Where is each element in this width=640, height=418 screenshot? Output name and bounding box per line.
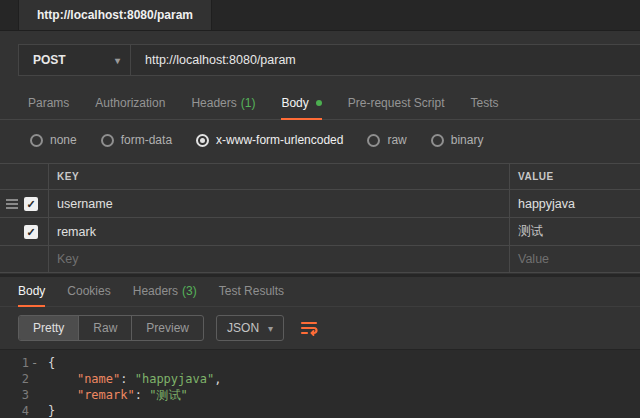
- format-select[interactable]: JSON ▾: [216, 315, 284, 341]
- url-input[interactable]: http://localhost:8080/param: [131, 45, 640, 75]
- mode-binary-label: binary: [451, 133, 484, 147]
- mode-raw-label: raw: [387, 133, 406, 147]
- row-gutter: ✓: [0, 190, 48, 217]
- response-tab-headers-label: Headers: [133, 284, 178, 298]
- pretty-button[interactable]: Pretty: [19, 316, 79, 340]
- code-content: { "name": "happyjava", "remark": "测试" }: [40, 355, 221, 418]
- line-number: 2: [22, 371, 29, 387]
- code-line: "name": "happyjava",: [48, 371, 221, 387]
- mode-form-data-label: form-data: [121, 133, 172, 147]
- radio-selected-icon: [196, 134, 209, 147]
- tab-pre-request-label: Pre-request Script: [348, 96, 445, 110]
- response-tab-headers[interactable]: Headers (3): [133, 277, 197, 307]
- mode-binary[interactable]: binary: [431, 133, 484, 147]
- preview-button[interactable]: Preview: [132, 316, 203, 340]
- line-number: 4: [22, 403, 29, 418]
- key-cell[interactable]: remark: [48, 218, 510, 245]
- response-body-viewer: 1 - 2 3 4 { "name": "happyjava", "remark…: [0, 349, 640, 418]
- tab-headers-label: Headers: [191, 96, 236, 110]
- url-value: http://localhost:8080/param: [145, 53, 296, 67]
- kv-header-gutter: [0, 164, 48, 189]
- tab-authorization[interactable]: Authorization: [95, 88, 165, 120]
- drag-handle-icon[interactable]: [6, 199, 18, 209]
- key-cell[interactable]: username: [48, 190, 510, 217]
- mode-form-data[interactable]: form-data: [101, 133, 172, 147]
- request-url-bar: POST ▾ http://localhost:8080/param: [18, 44, 640, 76]
- row-gutter: [0, 246, 48, 272]
- method-value: POST: [33, 53, 66, 67]
- mode-none[interactable]: none: [30, 133, 77, 147]
- code-line: }: [48, 403, 221, 418]
- mode-urlencoded-label: x-www-form-urlencoded: [216, 133, 343, 147]
- key-placeholder-text: Key: [57, 252, 79, 266]
- key-column-header: KEY: [48, 164, 510, 189]
- mode-raw[interactable]: raw: [367, 133, 406, 147]
- method-select[interactable]: POST ▾: [19, 45, 131, 75]
- row-gutter: ✓: [0, 218, 48, 245]
- request-tabs: Params Authorization Headers (1) Body Pr…: [0, 88, 640, 120]
- response-section: Body Cookies Headers (3) Test Results Pr…: [0, 274, 640, 418]
- response-tab-body[interactable]: Body: [18, 277, 45, 307]
- urlencoded-kv-table: KEY VALUE ✓ username happyjava ✓ remark …: [0, 163, 640, 273]
- mode-x-www-form-urlencoded[interactable]: x-www-form-urlencoded: [196, 133, 343, 147]
- value-placeholder-text: Value: [518, 252, 549, 266]
- table-row-empty: Key Value: [0, 246, 640, 273]
- response-tab-test-results[interactable]: Test Results: [219, 277, 284, 307]
- value-cell[interactable]: happyjava: [510, 190, 640, 217]
- tab-body[interactable]: Body: [281, 88, 321, 120]
- radio-icon: [431, 134, 444, 147]
- code-line: {: [48, 355, 221, 371]
- key-text: remark: [57, 225, 96, 239]
- response-tab-cookies[interactable]: Cookies: [67, 277, 110, 307]
- wrap-text-icon: [300, 320, 318, 336]
- view-mode-group: Pretty Raw Preview: [18, 315, 204, 341]
- mode-none-label: none: [50, 133, 77, 147]
- response-toolbar: Pretty Raw Preview JSON ▾: [0, 307, 640, 349]
- tab-headers[interactable]: Headers (1): [191, 88, 255, 120]
- raw-button[interactable]: Raw: [79, 316, 132, 340]
- radio-icon: [101, 134, 114, 147]
- value-cell-placeholder[interactable]: Value: [510, 246, 640, 272]
- body-mode-selector: none form-data x-www-form-urlencoded raw…: [0, 120, 640, 160]
- table-row: ✓ remark 测试: [0, 218, 640, 246]
- response-headers-count-badge: (3): [182, 284, 197, 298]
- table-row: ✓ username happyjava: [0, 190, 640, 218]
- value-text: happyjava: [518, 197, 575, 211]
- response-tab-cookies-label: Cookies: [67, 284, 110, 298]
- format-value: JSON: [227, 321, 259, 335]
- value-cell[interactable]: 测试: [510, 218, 640, 245]
- tab-pre-request-script[interactable]: Pre-request Script: [348, 88, 445, 120]
- value-text: 测试: [518, 223, 543, 240]
- tab-body-label: Body: [281, 96, 308, 110]
- line-number-gutter: 1 - 2 3 4: [0, 355, 40, 418]
- line-number: 3: [22, 387, 29, 403]
- tab-params-label: Params: [28, 96, 69, 110]
- row-checkbox[interactable]: ✓: [24, 225, 38, 239]
- radio-icon: [30, 134, 43, 147]
- headers-count-badge: (1): [241, 96, 256, 110]
- row-checkbox[interactable]: ✓: [24, 197, 38, 211]
- key-cell-placeholder[interactable]: Key: [48, 246, 510, 272]
- chevron-down-icon: ▾: [268, 323, 273, 334]
- window-tab-bar: http://localhost:8080/param: [0, 0, 640, 31]
- line-number: 1: [22, 355, 29, 371]
- key-text: username: [57, 197, 113, 211]
- tab-tests[interactable]: Tests: [470, 88, 498, 120]
- request-tab[interactable]: http://localhost:8080/param: [18, 0, 212, 30]
- fold-toggle-icon[interactable]: -: [29, 355, 40, 371]
- code-line: "remark": "测试": [48, 387, 221, 403]
- request-tab-title: http://localhost:8080/param: [37, 8, 193, 22]
- tab-params[interactable]: Params: [28, 88, 69, 120]
- wrap-text-button[interactable]: [296, 315, 322, 341]
- tab-authorization-label: Authorization: [95, 96, 165, 110]
- chevron-down-icon: ▾: [115, 55, 120, 66]
- response-tab-body-label: Body: [18, 284, 45, 298]
- tab-tests-label: Tests: [470, 96, 498, 110]
- response-tab-test-results-label: Test Results: [219, 284, 284, 298]
- body-has-content-dot: [316, 100, 322, 106]
- value-column-header: VALUE: [510, 164, 640, 189]
- kv-header-row: KEY VALUE: [0, 164, 640, 190]
- radio-icon: [367, 134, 380, 147]
- response-tabs: Body Cookies Headers (3) Test Results: [0, 277, 640, 307]
